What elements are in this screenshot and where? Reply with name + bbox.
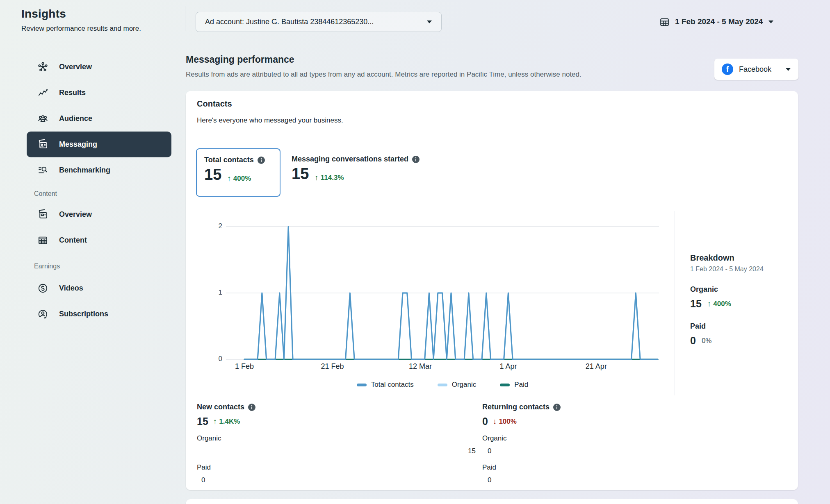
ad-account-selector[interactable]: Ad account: Justine G. Bautista 23844612… [196, 12, 442, 32]
info-icon[interactable] [248, 403, 256, 411]
arrow-up-icon: ↑ [227, 174, 231, 183]
chevron-down-icon [785, 68, 791, 71]
breakdown-paid-label: Paid [690, 322, 789, 331]
new-contacts-block: New contacts 15 ↑1.4K% [197, 403, 484, 427]
returning-contacts-organic-value: 0 [488, 447, 491, 455]
sidebar-item-label: Results [59, 89, 86, 97]
x-tick-label: 21 Feb [321, 362, 344, 371]
section-subtitle: Results from ads are attributed to all a… [186, 70, 581, 79]
facebook-icon: f [722, 64, 733, 75]
sidebar-item-label: Audience [59, 114, 92, 123]
breakdown-title: Breakdown [690, 253, 789, 263]
sidebar-item-label: Overview [59, 210, 92, 219]
legend-swatch [357, 384, 367, 386]
network-icon [37, 61, 48, 73]
chart-legend: Total contactsOrganicPaid [226, 381, 659, 389]
new-contacts-organic-value: 15 [451, 447, 476, 455]
platform-label: Facebook [739, 65, 780, 74]
legend-item-paid[interactable]: Paid [500, 381, 528, 389]
new-contacts-value: 15 [197, 415, 208, 427]
platform-selector[interactable]: f Facebook [714, 59, 798, 80]
info-icon[interactable] [553, 403, 561, 411]
metric-value: 15 [204, 167, 221, 183]
new-contacts-paid-label: Paid [197, 463, 211, 472]
breakdown-organic-label: Organic [690, 285, 789, 294]
legend-label: Paid [514, 381, 528, 389]
metric-change: ↑400% [227, 174, 251, 183]
arrow-up-icon: ↑ [213, 417, 217, 426]
sidebar-section-earnings: Earnings [34, 263, 60, 270]
person-check-icon [37, 309, 48, 320]
contacts-line-chart [226, 223, 659, 360]
sidebar-item-label: Overview [59, 63, 92, 71]
returning-contacts-organic-label: Organic [482, 434, 507, 443]
metric-value: 15 [292, 166, 309, 182]
returning-contacts-paid-value: 0 [488, 476, 491, 484]
metric-tile-total-contacts[interactable]: Total contacts 15 ↑400% [196, 148, 280, 197]
x-tick-label: 1 Feb [235, 362, 254, 371]
sidebar-section-content: Content [34, 190, 57, 198]
dollar-circle-icon [37, 283, 48, 294]
chevron-down-icon [768, 20, 774, 24]
breakdown-organic-change: ↑400% [707, 300, 731, 309]
sidebar-item-benchmarking[interactable]: Benchmarking [27, 157, 171, 183]
legend-label: Organic [452, 381, 477, 389]
trend-icon [37, 87, 48, 98]
returning-contacts-label: Returning contacts [482, 403, 550, 411]
info-icon[interactable] [257, 156, 265, 164]
sidebar-item-overview[interactable]: Overview [27, 54, 171, 80]
y-tick-label: 0 [219, 355, 222, 363]
metric-change: ↑114.3% [315, 173, 344, 182]
sidebar-item-messaging[interactable]: Messaging [27, 132, 171, 157]
table-icon [37, 235, 48, 246]
returning-contacts-change: ↓100% [493, 417, 517, 426]
sidebar-item-content-overview[interactable]: Overview [27, 202, 171, 227]
next-card-top [186, 499, 798, 504]
legend-item-total-contacts[interactable]: Total contacts [357, 381, 414, 389]
y-tick-label: 2 [219, 222, 222, 230]
x-tick-label: 1 Apr [499, 362, 517, 371]
legend-label: Total contacts [371, 381, 414, 389]
section-title: Messaging performance [186, 54, 294, 65]
contacts-subtitle: Here's everyone who messaged your busine… [197, 116, 343, 125]
legend-swatch [500, 384, 510, 386]
y-tick-label: 1 [219, 288, 222, 297]
calendar-icon [659, 17, 670, 27]
date-range-label: 1 Feb 2024 - 5 May 2024 [675, 17, 763, 26]
insights-page: Insights Review performance results and … [0, 0, 830, 504]
sidebar-item-content[interactable]: Content [27, 227, 171, 253]
card-stack-icon [37, 209, 48, 220]
date-range-selector[interactable]: 1 Feb 2024 - 5 May 2024 [659, 15, 774, 29]
metric-tile-conversations-started[interactable]: Messaging conversations started 15 ↑114.… [284, 148, 448, 197]
ad-account-label: Ad account: Justine G. Bautista 23844612… [205, 18, 426, 26]
x-tick-label: 12 Mar [409, 362, 432, 371]
header-divider [185, 6, 185, 31]
sidebar-item-label: Content [59, 236, 87, 245]
returning-contacts-value: 0 [482, 415, 488, 427]
metric-label: Total contacts [204, 156, 254, 164]
chart-x-axis: 1 Feb21 Feb12 Mar1 Apr21 Apr [226, 362, 659, 373]
arrow-down-icon: ↓ [493, 417, 497, 426]
chevron-down-icon [426, 20, 432, 24]
legend-item-organic[interactable]: Organic [438, 381, 477, 389]
returning-contacts-paid-label: Paid [482, 463, 496, 472]
search-list-icon [37, 165, 48, 176]
sidebar-item-label: Benchmarking [59, 166, 110, 175]
new-contacts-change: ↑1.4K% [213, 417, 240, 426]
sidebar-item-subscriptions[interactable]: Subscriptions [27, 301, 171, 327]
chart-y-axis: 210 [205, 223, 222, 360]
returning-contacts-block: Returning contacts 0 ↓100% [482, 403, 769, 427]
sidebar-item-videos[interactable]: Videos [27, 275, 171, 301]
sidebar-item-audience[interactable]: Audience [27, 106, 171, 132]
sidebar-item-results[interactable]: Results [27, 80, 171, 106]
legend-swatch [438, 384, 447, 386]
arrow-up-icon: ↑ [315, 173, 319, 182]
sidebar-item-label: Videos [59, 284, 83, 293]
info-icon[interactable] [412, 155, 420, 163]
page-subtitle: Review performance results and more. [21, 25, 141, 33]
sidebar-item-label: Messaging [59, 140, 97, 149]
metric-label: Messaging conversations started [292, 155, 408, 163]
x-tick-label: 21 Apr [586, 362, 607, 371]
new-contacts-label: New contacts [197, 403, 244, 411]
breakdown-panel: Breakdown 1 Feb 2024 - 5 May 2024 Organi… [690, 253, 789, 347]
